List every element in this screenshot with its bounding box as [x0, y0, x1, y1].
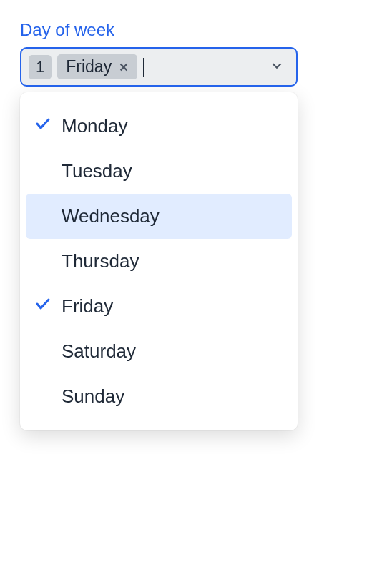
selected-tag: Friday: [57, 54, 137, 79]
check-icon: [34, 295, 52, 317]
remove-tag-button[interactable]: [119, 57, 129, 77]
field-label: Day of week: [20, 20, 372, 40]
option-label: Friday: [62, 295, 113, 317]
multiselect-control[interactable]: 1 Friday: [20, 47, 298, 87]
option-tuesday[interactable]: Tuesday: [26, 149, 292, 194]
option-friday[interactable]: Friday: [26, 284, 292, 329]
option-monday[interactable]: Monday: [26, 104, 292, 149]
option-check-column: [34, 295, 62, 317]
text-cursor: [143, 58, 144, 77]
chevron-down-icon: [269, 58, 285, 77]
option-label: Tuesday: [62, 160, 132, 182]
option-saturday[interactable]: Saturday: [26, 329, 292, 374]
option-thursday[interactable]: Thursday: [26, 239, 292, 284]
option-sunday[interactable]: Sunday: [26, 374, 292, 419]
option-label: Monday: [62, 115, 128, 137]
dropdown-toggle[interactable]: [269, 58, 289, 77]
check-icon: [34, 115, 52, 137]
option-label: Thursday: [62, 250, 139, 272]
selected-tag-label: Friday: [66, 57, 112, 77]
option-check-column: [34, 115, 62, 137]
option-label: Sunday: [62, 385, 124, 408]
option-label: Wednesday: [62, 205, 160, 227]
selected-count-badge: 1: [29, 55, 52, 79]
option-label: Saturday: [62, 340, 136, 363]
option-wednesday[interactable]: Wednesday: [26, 194, 292, 239]
dropdown-menu: MondayTuesdayWednesdayThursdayFridaySatu…: [20, 92, 298, 430]
close-icon: [119, 57, 129, 77]
